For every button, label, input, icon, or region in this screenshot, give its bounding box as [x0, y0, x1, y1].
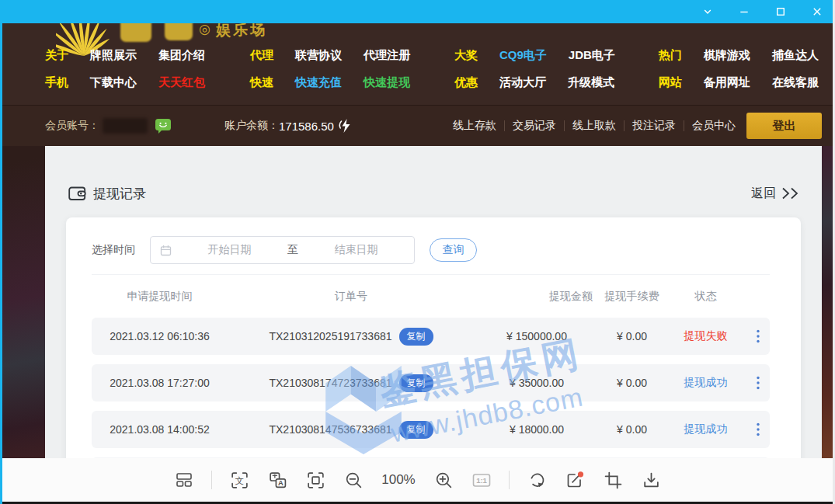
back-button[interactable]: 返回: [751, 186, 802, 202]
row-menu-button[interactable]: [746, 422, 770, 436]
zoom-level: 100%: [381, 472, 416, 488]
row-amount: ¥ 18000.00: [475, 423, 599, 436]
row-time: 2021.03.08 14:00:52: [92, 423, 228, 436]
account-link[interactable]: 投注记录: [632, 119, 676, 133]
nav-item[interactable]: JDB电子: [569, 48, 615, 63]
nav-item[interactable]: 天天红包: [158, 75, 205, 90]
nav-item[interactable]: 集团介绍: [158, 48, 205, 63]
double-chevron-right-icon: [781, 187, 802, 200]
copy-button[interactable]: 复制: [399, 421, 433, 439]
filter-label: 选择时间: [92, 243, 135, 257]
logout-button[interactable]: 登出: [746, 113, 822, 139]
page-panel: 提现记录 返回 选择时间: [45, 146, 822, 458]
one-to-one-icon[interactable]: 1:1: [471, 469, 492, 491]
nav-item[interactable]: 手机: [45, 75, 68, 90]
nav-item[interactable]: 热门: [659, 48, 682, 63]
window-dropdown-button[interactable]: [696, 2, 719, 21]
row-order: TX210308147536733681 复制: [228, 421, 475, 439]
balance-label: 账户余额：: [224, 119, 279, 133]
start-date-placeholder[interactable]: 开始日期: [172, 243, 287, 257]
crop-icon[interactable]: [602, 469, 624, 491]
nav-item[interactable]: 快速提现: [364, 75, 410, 90]
nav-item[interactable]: 牌照展示: [90, 48, 137, 63]
order-number: TX210308147536733681: [269, 423, 391, 436]
maximize-icon: [775, 6, 786, 17]
ocr-capture-icon[interactable]: 文: [228, 469, 250, 491]
nav-item[interactable]: 优惠: [454, 75, 478, 90]
records-card: 选择时间 开始日期 至 结束日期: [66, 217, 801, 458]
logo-glyph-shape: [165, 23, 193, 40]
account-link[interactable]: 线上存款: [453, 119, 496, 133]
translate-icon[interactable]: A: [266, 469, 288, 491]
copy-button[interactable]: 复制: [399, 374, 433, 392]
col-header-order: 订单号: [228, 290, 475, 304]
end-date-placeholder[interactable]: 结束日期: [298, 243, 414, 257]
account-link[interactable]: 交易记录: [513, 119, 556, 133]
chat-message-icon[interactable]: [155, 118, 172, 134]
range-separator: 至: [287, 243, 298, 257]
col-header-status: 状态: [665, 290, 746, 304]
nav-item[interactable]: 网站: [659, 75, 682, 90]
nav-item[interactable]: 代理注册: [364, 48, 410, 63]
divider: [624, 120, 625, 131]
divider: [564, 120, 565, 131]
window-controls: [696, 2, 829, 21]
fit-screen-icon[interactable]: [304, 469, 326, 491]
divider: [504, 120, 505, 131]
row-menu-button[interactable]: [746, 329, 770, 343]
download-icon[interactable]: [640, 469, 662, 491]
nav-item[interactable]: 代理: [250, 48, 273, 63]
order-number: TX210308174723733681: [269, 377, 391, 389]
refresh-balance-icon[interactable]: [339, 118, 352, 134]
window-minimize-button[interactable]: [732, 2, 756, 21]
zoom-out-icon[interactable]: [343, 469, 364, 491]
nav-item[interactable]: 关于: [45, 48, 68, 63]
layout-panels-icon[interactable]: [173, 469, 195, 491]
nav-item[interactable]: 备用网址: [704, 75, 750, 90]
username-redacted: [103, 118, 148, 134]
nav-item[interactable]: 活动大厅: [499, 75, 546, 90]
nav-item[interactable]: 下载中心: [90, 75, 137, 90]
withdraw-records-icon: [68, 186, 86, 201]
titlebar[interactable]: [0, 0, 835, 23]
nav-item[interactable]: 快速: [250, 75, 273, 90]
nav-item[interactable]: 联营协议: [295, 48, 342, 63]
row-order: TX210308174723733681 复制: [228, 374, 475, 392]
row-status: 提现成功: [665, 376, 746, 390]
row-menu-button[interactable]: [746, 376, 770, 390]
table-row: 2021.03.08 14:00:52 TX210308147536733681…: [92, 411, 770, 448]
divider: [684, 120, 684, 131]
nav-item[interactable]: 在线客服: [772, 75, 819, 90]
rotate-icon[interactable]: [526, 469, 548, 491]
account-link[interactable]: 线上取款: [572, 119, 616, 133]
calendar-icon: [160, 245, 172, 256]
site-header: ◎ 娱乐场 关于牌照展示集团介绍手机下载中心天天红包代理联营协议代理注册快速快速…: [0, 23, 835, 105]
nav-item[interactable]: 棋牌游戏: [704, 48, 750, 63]
main-nav: 关于牌照展示集团介绍手机下载中心天天红包代理联营协议代理注册快速快速充值快速提现…: [0, 42, 835, 98]
account-links: 线上存款交易记录线上取款投注记录会员中心: [453, 119, 736, 133]
nav-item[interactable]: 大奖: [454, 48, 478, 63]
viewer-toolbar: 文 A 100%: [0, 458, 835, 504]
row-amount: ¥ 35000.00: [475, 377, 599, 389]
edit-icon[interactable]: [564, 469, 586, 491]
copy-button[interactable]: 复制: [399, 328, 433, 346]
chevron-down-icon: [702, 6, 713, 17]
app-window: ◎ 娱乐场 关于牌照展示集团介绍手机下载中心天天红包代理联营协议代理注册快速快速…: [0, 0, 835, 504]
query-button[interactable]: 查询: [430, 238, 477, 262]
row-status: 提现失败: [665, 329, 746, 343]
nav-item[interactable]: 捕鱼达人: [772, 48, 819, 63]
account-link[interactable]: 会员中心: [692, 119, 736, 133]
zoom-in-icon[interactable]: [433, 469, 454, 491]
window-maximize-button[interactable]: [769, 2, 792, 21]
table-header: 申请提现时间 订单号 提现金额 提现手续费 状态: [92, 274, 770, 318]
page-title: 提现记录: [93, 185, 146, 203]
nav-item[interactable]: CQ9电子: [499, 48, 547, 63]
date-range-input[interactable]: 开始日期 至 结束日期: [150, 236, 415, 264]
back-label: 返回: [751, 186, 776, 202]
row-amount: ¥ 150000.00: [475, 330, 599, 342]
window-close-button[interactable]: [805, 2, 829, 21]
nav-item[interactable]: 升级模式: [568, 75, 614, 90]
nav-item[interactable]: 快速充值: [295, 75, 342, 90]
svg-text:文: 文: [235, 475, 243, 485]
toolbar-divider: [211, 471, 212, 489]
